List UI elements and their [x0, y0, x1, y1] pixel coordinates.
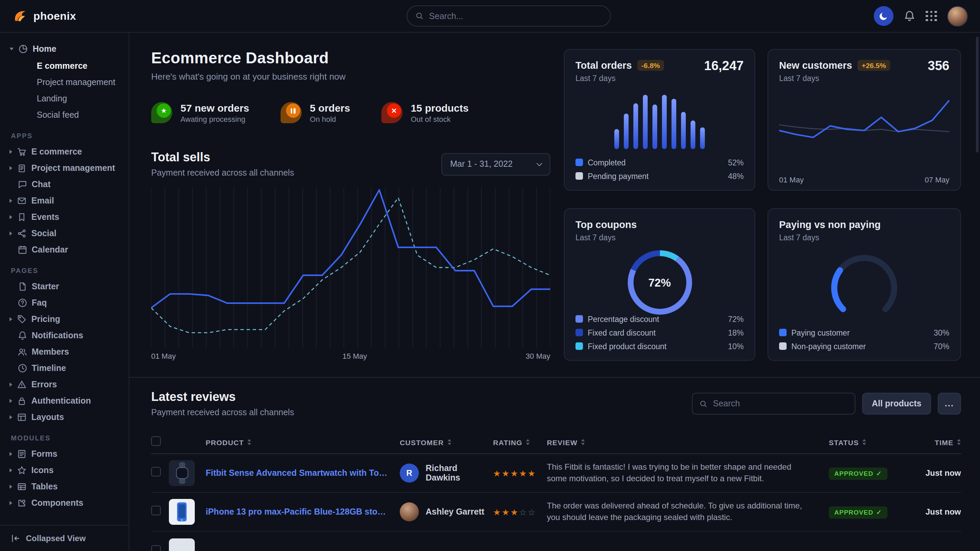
notifications-button[interactable]: [904, 10, 915, 22]
column-header-product[interactable]: PRODUCT: [206, 438, 400, 446]
column-header-time[interactable]: TIME: [909, 438, 961, 446]
caret-right-icon: [10, 501, 12, 505]
column-header-review[interactable]: REVIEW: [547, 438, 829, 446]
x-axis-label: 07 May: [925, 176, 949, 184]
legend-swatch-icon: [576, 329, 583, 336]
sidebar-item-events[interactable]: Events: [10, 209, 119, 225]
row-checkbox[interactable]: [151, 506, 161, 515]
product-link[interactable]: iPhone 13 pro max-Pacific Blue-128GB sto…: [206, 507, 400, 517]
reviews-search[interactable]: [692, 393, 855, 414]
x-blob-icon: ×: [381, 102, 402, 123]
scrollbar[interactable]: [976, 37, 978, 152]
row-checkbox[interactable]: [151, 545, 161, 551]
review-row: [151, 532, 961, 551]
bell-icon: [18, 331, 27, 340]
sidebar-item-social[interactable]: Social: [10, 225, 119, 241]
product-thumbnail[interactable]: [169, 538, 195, 551]
sidebar-item-home[interactable]: Home: [10, 41, 119, 57]
sidebar-item-forms[interactable]: Forms: [10, 446, 119, 462]
customer-cell[interactable]: Ashley Garrett: [400, 502, 493, 521]
main-content: Ecommerce Dashboard Here's what's going …: [129, 33, 980, 551]
layout-icon: [17, 413, 27, 422]
watch-image: [169, 460, 195, 486]
clock-icon: [18, 364, 27, 373]
sidebar-item-tables[interactable]: Tables: [10, 478, 119, 495]
global-search-input[interactable]: [429, 11, 602, 21]
stat-caption: Awating processing: [180, 115, 249, 123]
sidebar-item-starter[interactable]: Starter: [10, 278, 119, 295]
collapsed-view-label: Collapsed View: [26, 533, 86, 543]
lock-icon: [17, 396, 27, 406]
sidebar-item-e-commerce[interactable]: E commerce: [10, 58, 119, 74]
sidebar-item-icons[interactable]: Icons: [10, 462, 119, 478]
card-title: Paying vs non paying: [779, 219, 949, 230]
collapsed-view-toggle[interactable]: Collapsed View: [0, 524, 129, 551]
user-avatar[interactable]: [947, 6, 968, 26]
sidebar-item-project-management[interactable]: Project management: [10, 160, 119, 176]
sidebar-item-calendar[interactable]: Calendar: [10, 241, 119, 258]
paying-legend: Paying customer30%Non-paying customer70%: [779, 325, 949, 352]
paying-card: Paying vs non paying Last 7 days Paying …: [767, 208, 961, 361]
global-search[interactable]: [407, 5, 611, 27]
sidebar-item-project-management[interactable]: Project management: [10, 74, 119, 91]
card-period: Last 7 days: [779, 74, 949, 83]
moon-icon: [878, 11, 889, 21]
sidebar-item-layouts[interactable]: Layouts: [10, 409, 119, 426]
apps-grid-button[interactable]: [926, 11, 937, 21]
theme-toggle-button[interactable]: [874, 6, 894, 26]
sidebar-item-components[interactable]: Components: [10, 495, 119, 511]
new-customers-value: 356: [928, 59, 949, 73]
sort-icon: [581, 439, 585, 445]
sidebar-item-authentication[interactable]: Authentication: [10, 393, 119, 409]
top-coupons-legend-percentage-discount: Percentage discount72%: [576, 313, 744, 325]
mail-icon: [17, 196, 27, 206]
status-badge: APPROVED✓: [829, 507, 888, 519]
column-header-rating[interactable]: RATING: [493, 438, 547, 446]
status-cell: APPROVED✓: [829, 505, 909, 519]
top-coupons-legend-fixed-card-discount: Fixed card discount18%: [576, 327, 744, 338]
stat-value: 57 new orders: [180, 102, 249, 114]
caret-right-icon: [10, 317, 12, 321]
sidebar-item-members[interactable]: Members: [10, 344, 119, 360]
brand[interactable]: phoenix: [12, 8, 76, 24]
clipboard-icon: [17, 164, 27, 173]
share-icon: [17, 229, 27, 238]
app-root: phoenix: [0, 0, 980, 551]
status-cell: APPROVED✓: [829, 467, 909, 480]
sidebar-item-timeline[interactable]: Timeline: [10, 360, 119, 376]
product-link[interactable]: Fitbit Sense Advanced Smartwatch with To…: [206, 468, 400, 478]
select-all-checkbox[interactable]: [151, 436, 161, 446]
pause-blob-icon: [281, 102, 302, 123]
sidebar-item-e-commerce[interactable]: E commerce: [10, 144, 119, 160]
tag-icon: [17, 314, 27, 324]
all-products-button[interactable]: All products: [862, 393, 931, 414]
more-options-button[interactable]: ...: [938, 393, 961, 414]
sidebar-item-faq[interactable]: Faq: [10, 295, 119, 311]
sidebar-item-pricing[interactable]: Pricing: [10, 311, 119, 327]
order-status-summary: ★57 new ordersAwating processing5 orders…: [151, 102, 550, 123]
column-header-status[interactable]: STATUS: [829, 438, 909, 446]
question-icon: [18, 298, 27, 308]
date-range-select[interactable]: Mar 1 - 31, 2022: [441, 153, 550, 175]
column-header-customer[interactable]: CUSTOMER: [400, 438, 493, 446]
x-axis-label: 15 May: [342, 352, 367, 360]
page-title: Ecommerce Dashboard: [151, 49, 550, 67]
sidebar-item-notifications[interactable]: Notifications: [10, 327, 119, 344]
product-thumbnail[interactable]: [169, 460, 195, 486]
sidebar-item-social-feed[interactable]: Social feed: [10, 107, 119, 123]
stat-value: 5 orders: [310, 102, 350, 114]
sidebar-item-chat[interactable]: Chat: [10, 176, 119, 193]
sidebar-item-email[interactable]: Email: [10, 193, 119, 209]
new-customers-card: New customers +26.5% Last 7 days 356 01 …: [767, 49, 961, 191]
row-checkbox[interactable]: [151, 467, 161, 476]
sort-icon: [957, 439, 961, 445]
warning-icon: [17, 380, 27, 389]
dashboard-left-column: Ecommerce Dashboard Here's what's going …: [151, 49, 550, 377]
change-badge: -6.8%: [637, 60, 664, 71]
puzzle-icon: [17, 498, 27, 508]
sidebar-item-landing[interactable]: Landing: [10, 91, 119, 107]
customer-cell[interactable]: RRichard Dawkins: [400, 464, 493, 483]
sidebar-item-errors[interactable]: Errors: [10, 376, 119, 393]
product-thumbnail[interactable]: [169, 499, 195, 525]
reviews-search-input[interactable]: [713, 399, 848, 408]
